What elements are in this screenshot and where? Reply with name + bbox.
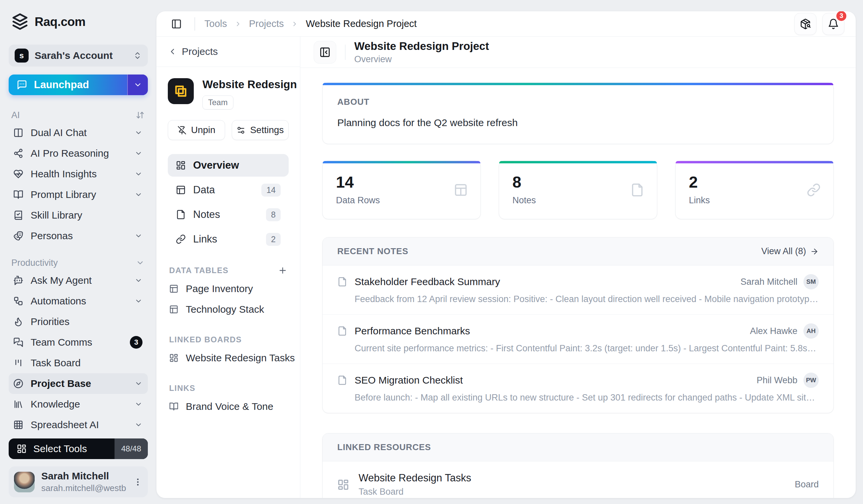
view-all-label: View All (8) — [761, 246, 806, 257]
unpin-button[interactable]: Unpin — [168, 120, 225, 140]
plus-icon[interactable] — [278, 266, 287, 275]
tab-notes[interactable]: Notes 8 — [168, 203, 289, 226]
sidebar-item-ai-pro-reasoning[interactable]: AI Pro Reasoning — [9, 143, 148, 164]
sidebar-item-label: Team Comms — [30, 337, 123, 348]
breadcrumb-tools[interactable]: Tools — [204, 18, 227, 29]
project-title-block: Website Redesign P... Team — [202, 78, 300, 109]
note-excerpt: Current site performance metrics: - Firs… — [354, 343, 819, 354]
bot-icon — [13, 275, 23, 285]
chevron-down-icon — [135, 129, 142, 137]
brand-logo: Raq.com — [11, 13, 148, 31]
sort-icon[interactable] — [136, 111, 145, 119]
account-switcher[interactable]: s Sarah's Account — [9, 44, 148, 66]
launchpad-main[interactable]: Launchpad — [9, 75, 127, 95]
sidebar-item-ask-my-agent[interactable]: Ask My Agent — [9, 270, 148, 291]
note-excerpt: Before launch: - Map all existing URLs t… — [354, 392, 819, 403]
sidebar-item-priorities[interactable]: Priorities — [9, 311, 148, 332]
notifications-button[interactable]: 3 — [822, 13, 845, 35]
sidebar-item-health-insights[interactable]: Health Insights — [9, 164, 148, 184]
resource-row-website-redesign-tasks[interactable]: Website Redesign Tasks Task Board Board — [323, 462, 833, 498]
sidebar-item-automations[interactable]: Automations — [9, 291, 148, 311]
note-row-seo-migration-checklist[interactable]: SEO Migration Checklist Phil Webb PW Bef… — [323, 364, 833, 413]
sidebar-item-label: Task Board — [30, 357, 142, 369]
link-icon — [807, 183, 821, 197]
note-author-block: Phil Webb PW — [756, 373, 819, 388]
launchpad-button[interactable]: Launchpad — [9, 75, 148, 95]
sidebar-item-label: Automations — [30, 295, 127, 307]
sidebar-item-spreadsheet-ai[interactable]: Spreadsheet AI — [9, 414, 148, 435]
launchpad-dropdown-button[interactable] — [127, 75, 148, 95]
settings-button[interactable]: Settings — [232, 120, 289, 140]
tab-count: 2 — [266, 233, 281, 246]
sidebar-item-task-board[interactable]: Task Board — [9, 353, 148, 373]
select-tools-main[interactable]: Select Tools — [9, 438, 114, 459]
sidebar-item-label: Project Base — [30, 378, 127, 389]
book-check-icon — [13, 210, 23, 220]
project-type-badge: Team — [202, 95, 234, 109]
author-avatar: PW — [803, 373, 819, 388]
chevron-down-icon — [135, 276, 142, 284]
tab-links[interactable]: Links 2 — [168, 228, 289, 250]
user-meta: Sarah Mitchell sarah.mitchell@westbur... — [41, 470, 126, 493]
note-row-performance-benchmarks[interactable]: Performance Benchmarks Alex Hawke AH Cur… — [323, 315, 833, 364]
select-tools-button[interactable]: Select Tools 48/48 — [9, 438, 148, 459]
sidebar-item-prompt-library[interactable]: Prompt Library — [9, 184, 148, 205]
note-top: Performance Benchmarks Alex Hawke AH — [337, 323, 819, 339]
tab-count: 14 — [261, 184, 281, 197]
link-brand-voice-tone[interactable]: Brand Voice & Tone — [168, 396, 289, 417]
topbar-divider — [195, 17, 195, 30]
tab-overview[interactable]: Overview — [168, 154, 289, 177]
about-title: ABOUT — [337, 97, 819, 107]
chevron-down-icon — [135, 150, 142, 157]
sidebar-section-productivity[interactable]: Productivity — [9, 256, 148, 270]
view-all-notes-link[interactable]: View All (8) — [761, 246, 819, 257]
linked-boards-header: LINKED BOARDS — [169, 335, 287, 344]
panel-collapse-button[interactable] — [314, 41, 336, 64]
sidebar-item-skill-library[interactable]: Skill Library — [9, 205, 148, 225]
sidebar-item-team-comms[interactable]: Team Comms 3 — [9, 332, 148, 353]
app-sidebar: Raq.com s Sarah's Account Launchpad AI D… — [0, 0, 157, 504]
sidebar-item-project-base[interactable]: Project Base — [9, 373, 148, 394]
package-search-icon — [800, 18, 811, 30]
linked-board-website-redesign-tasks[interactable]: Website Redesign Tasks — [168, 348, 289, 368]
data-table-technology-stack[interactable]: Technology Stack — [168, 299, 289, 320]
unpin-label: Unpin — [191, 125, 215, 135]
sidebar-item-label: Skill Library — [30, 210, 142, 221]
sidebar-toggle-button[interactable] — [168, 15, 185, 33]
flame-icon — [13, 317, 23, 327]
author-avatar: AH — [803, 323, 819, 339]
book-open-icon — [13, 190, 23, 199]
note-title: Stakeholder Feedback Summary — [354, 276, 733, 287]
sidebar-item-personas[interactable]: Personas — [9, 225, 148, 246]
package-search-button[interactable] — [795, 13, 816, 35]
stat-label: Notes — [512, 195, 643, 206]
breadcrumb: Tools Projects Website Redesign Project — [204, 18, 795, 29]
chevron-down-icon — [135, 297, 142, 305]
tab-data[interactable]: Data 14 — [168, 179, 289, 201]
pin-off-icon — [177, 126, 186, 135]
stat-card-links[interactable]: 2 Links — [675, 161, 834, 219]
chevron-down-icon — [134, 80, 142, 89]
account-label: Sarah's Account — [35, 50, 127, 61]
sidebar-item-dual-ai-chat[interactable]: Dual AI Chat — [9, 122, 148, 143]
stat-card-notes[interactable]: 8 Notes — [499, 161, 657, 219]
user-menu[interactable]: Sarah Mitchell sarah.mitchell@westbur... — [9, 466, 148, 497]
settings-label: Settings — [250, 125, 284, 135]
data-table-page-inventory[interactable]: Page Inventory — [168, 279, 289, 299]
note-row-stakeholder-feedback[interactable]: Stakeholder Feedback Summary Sarah Mitch… — [323, 266, 833, 315]
select-tools-label: Select Tools — [33, 443, 87, 454]
stat-card-data-rows[interactable]: 14 Data Rows — [322, 161, 481, 219]
page-title-block: Website Redesign Project Overview — [354, 40, 489, 65]
breadcrumb-projects[interactable]: Projects — [249, 18, 284, 29]
panel-left-close-icon — [319, 47, 330, 58]
more-vertical-icon[interactable] — [133, 477, 142, 487]
select-tools-count: 48/48 — [114, 438, 148, 459]
sidebar-item-label: Priorities — [30, 316, 142, 327]
sidebar-item-knowledge[interactable]: Knowledge — [9, 394, 148, 414]
data-tables-title: DATA TABLES — [169, 266, 229, 275]
library-icon — [13, 399, 23, 409]
back-to-projects[interactable]: Projects — [157, 37, 300, 67]
linked-boards-title: LINKED BOARDS — [169, 335, 242, 344]
section-title: AI — [11, 110, 20, 120]
main-panel: Tools Projects Website Redesign Project … — [157, 11, 856, 498]
